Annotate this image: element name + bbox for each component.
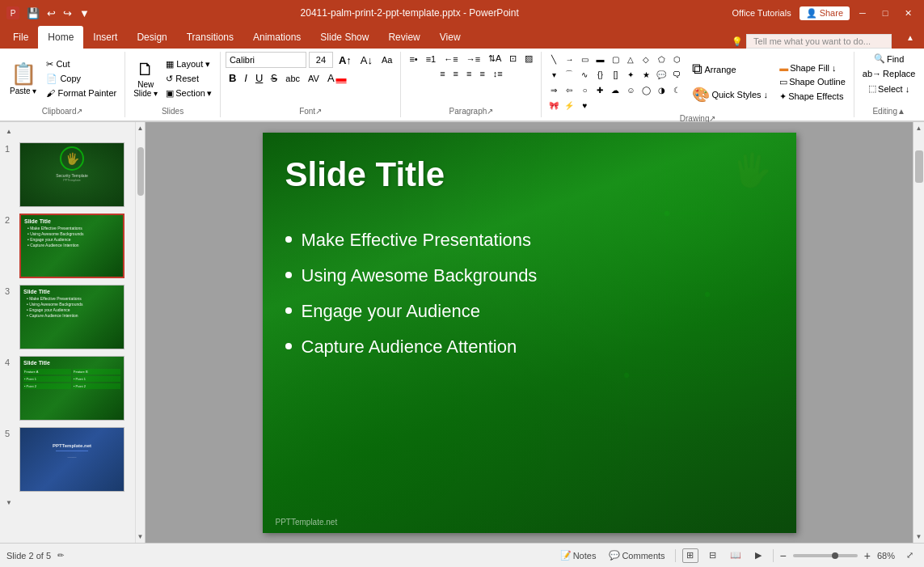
- shape-arrow[interactable]: →: [562, 52, 576, 66]
- paste-button[interactable]: 📋 Paste ▾: [5, 60, 41, 97]
- shape-rect2[interactable]: ▬: [593, 52, 607, 66]
- shape-moon[interactable]: ☾: [669, 83, 684, 97]
- undo-button[interactable]: ↩: [44, 6, 58, 21]
- help-search-input[interactable]: Tell me what you want to do...: [746, 34, 892, 49]
- align-text-button[interactable]: ⊡: [506, 52, 520, 66]
- slide-preview-5[interactable]: PPTTemplate.net _____: [19, 427, 124, 492]
- panel-scroll-up[interactable]: ▲: [3, 125, 141, 138]
- center-button[interactable]: ≡: [450, 67, 462, 80]
- slide-thumb-2[interactable]: 2 Slide Title • Make Effective Presentat…: [3, 212, 141, 280]
- panel-sb-down[interactable]: ▼: [135, 531, 146, 543]
- slide-sorter-button[interactable]: ⊟: [705, 548, 721, 563]
- fit-to-window-button[interactable]: ⤢: [901, 548, 918, 563]
- shape-halfring[interactable]: ◑: [654, 83, 669, 97]
- comments-button[interactable]: 💬 Comments: [605, 548, 668, 562]
- reset-button[interactable]: ↺ Reset: [162, 72, 215, 86]
- shape-brace2[interactable]: []: [608, 67, 622, 82]
- tab-view[interactable]: View: [430, 26, 470, 49]
- cut-button[interactable]: ✂ Cut: [43, 57, 120, 71]
- layout-button[interactable]: ▦ Layout ▾: [162, 57, 215, 71]
- format-painter-button[interactable]: 🖌 Format Painter: [43, 87, 120, 99]
- font-name-input[interactable]: [226, 52, 306, 68]
- quick-styles-button[interactable]: 🎨 Quick Styles ↓: [687, 83, 773, 107]
- shape-star5[interactable]: ★: [639, 67, 653, 82]
- slide-preview-4[interactable]: Slide Title Feature A Feature B • Point …: [19, 356, 124, 421]
- maximize-button[interactable]: □: [875, 6, 895, 20]
- scroll-thumb[interactable]: [915, 150, 923, 183]
- slide-panel[interactable]: ▲ 1 🖐 Security Template PPTemplate 2 Sli…: [0, 122, 146, 543]
- slide-preview-2[interactable]: Slide Title • Make Effective Presentatio…: [19, 214, 124, 278]
- tab-design[interactable]: Design: [127, 26, 176, 49]
- shape-fill-button[interactable]: ▬ Shape Fill ↓: [776, 61, 849, 74]
- shape-outline-button[interactable]: ▭ Shape Outline: [776, 75, 849, 89]
- strikethrough-button[interactable]: S̶: [268, 70, 281, 86]
- align-right-button[interactable]: ≡: [463, 67, 475, 80]
- decrease-indent-button[interactable]: ←≡: [441, 52, 461, 66]
- vertical-scrollbar[interactable]: ▲ ▼: [913, 122, 924, 543]
- shape-oval[interactable]: ○: [577, 83, 592, 97]
- slide-thumb-1[interactable]: 1 🖐 Security Template PPTemplate: [3, 141, 141, 209]
- shape-star4[interactable]: ✦: [623, 67, 638, 82]
- justify-button[interactable]: ≡: [476, 67, 487, 80]
- share-button[interactable]: 👤 Share: [800, 6, 850, 20]
- shape-triangle[interactable]: △: [623, 52, 638, 66]
- zoom-thumb[interactable]: [832, 552, 838, 559]
- slide-preview-1[interactable]: 🖐 Security Template PPTemplate: [19, 142, 124, 207]
- line-spacing-button[interactable]: ↕≡: [490, 67, 506, 80]
- align-left-button[interactable]: ≡: [437, 67, 448, 80]
- shape-callout2[interactable]: 🗨: [669, 67, 684, 82]
- shape-brace[interactable]: {}: [593, 67, 607, 82]
- tab-transitions[interactable]: Transitions: [177, 26, 243, 49]
- replace-button[interactable]: ab→ Replace: [859, 67, 919, 80]
- scroll-up-button[interactable]: ▲: [913, 122, 924, 134]
- reading-view-button[interactable]: 📖: [728, 548, 744, 563]
- shape-curve[interactable]: ⌒: [562, 67, 576, 82]
- columns-button[interactable]: ▨: [521, 52, 536, 66]
- slide-thumb-5[interactable]: 5 PPTTemplate.net _____: [3, 425, 141, 493]
- save-button[interactable]: 💾: [24, 6, 42, 21]
- increase-indent-button[interactable]: →≡: [463, 52, 483, 66]
- shape-arrow2[interactable]: ⇒: [546, 83, 561, 97]
- shape-arrow3[interactable]: ⇦: [562, 83, 576, 97]
- font-color-button[interactable]: A▬: [324, 70, 350, 86]
- shape-heart[interactable]: ♥: [577, 98, 592, 112]
- shape-hex[interactable]: ⬡: [669, 52, 684, 66]
- bullets-button[interactable]: ≡•: [406, 52, 420, 66]
- shape-curve2[interactable]: ∿: [577, 67, 592, 82]
- shape-callout[interactable]: 💬: [654, 67, 669, 82]
- tab-review[interactable]: Review: [378, 26, 429, 49]
- slide-panel-scrollbar[interactable]: ▲ ▼: [135, 122, 145, 543]
- shape-rounded[interactable]: ▢: [608, 52, 622, 66]
- shape-line[interactable]: ╲: [546, 52, 561, 66]
- shape-smile[interactable]: ☺: [623, 83, 638, 97]
- decrease-font-button[interactable]: A↓: [357, 53, 376, 68]
- select-button[interactable]: ⬚ Select ↓: [865, 82, 913, 95]
- zoom-in-button[interactable]: +: [864, 549, 871, 562]
- tab-file[interactable]: File: [3, 26, 38, 49]
- redo-button[interactable]: ↪: [61, 6, 74, 21]
- shape-ribbon[interactable]: 🎀: [546, 98, 561, 112]
- italic-button[interactable]: I: [241, 70, 251, 86]
- slide-thumb-4[interactable]: 4 Slide Title Feature A Feature B • Poin…: [3, 354, 141, 422]
- clear-formatting-button[interactable]: Aa: [378, 53, 395, 66]
- customize-qa-button[interactable]: ▼: [77, 6, 92, 21]
- close-button[interactable]: ✕: [898, 6, 918, 20]
- slide-bullets[interactable]: Make Effective Presentations Using Aweso…: [285, 230, 774, 372]
- shape-ring[interactable]: ◯: [639, 83, 653, 97]
- increase-font-button[interactable]: A↑: [335, 53, 355, 68]
- text-direction-button[interactable]: ⇅A: [485, 52, 504, 66]
- office-tutorials-button[interactable]: Office Tutorials: [727, 6, 795, 19]
- slide-canvas[interactable]: 🖐 Slide Title Make Effective Presentatio…: [263, 133, 796, 533]
- underline-button[interactable]: U: [252, 70, 266, 86]
- shape-cross[interactable]: ✚: [593, 83, 607, 97]
- normal-view-button[interactable]: ⊞: [682, 548, 698, 563]
- tab-slideshow[interactable]: Slide Show: [310, 26, 378, 49]
- tab-home[interactable]: Home: [38, 26, 83, 49]
- shape-diamond[interactable]: ◇: [639, 52, 653, 66]
- zoom-out-button[interactable]: −: [780, 549, 787, 562]
- slide-editor[interactable]: 🖐 Slide Title Make Effective Presentatio…: [146, 122, 913, 543]
- copy-button[interactable]: 📄 Copy: [43, 72, 120, 86]
- font-size-input[interactable]: [309, 52, 333, 68]
- char-spacing-button[interactable]: AV: [305, 72, 323, 85]
- section-button[interactable]: ▣ Section ▾: [162, 87, 215, 100]
